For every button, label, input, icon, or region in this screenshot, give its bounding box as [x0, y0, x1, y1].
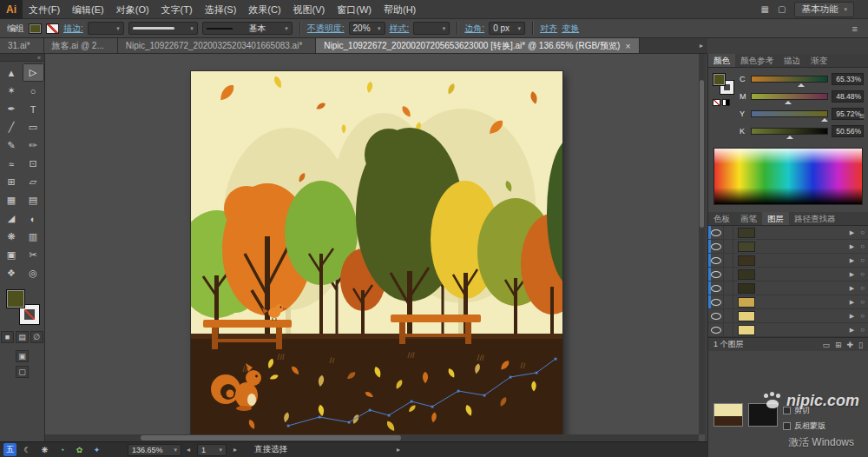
corner-value-select[interactable]: 0 px▾ — [489, 22, 525, 35]
start-five-icon[interactable]: 五 — [3, 443, 16, 456]
layers-panel-tab[interactable]: 图层 — [762, 212, 789, 225]
pen-tool[interactable]: ✒ — [1, 100, 23, 118]
prev-artboard-icon[interactable]: ◂ — [185, 446, 192, 454]
document-tab[interactable]: 31.ai* — [0, 38, 44, 53]
eye-icon[interactable] — [708, 226, 724, 239]
document-tab[interactable]: 旅客.ai @ 2... — [44, 38, 118, 53]
clip-checkbox[interactable] — [783, 407, 791, 414]
layers-panel-tab[interactable]: 路径查找器 — [789, 212, 841, 225]
transparency-object-thumbnail[interactable] — [713, 403, 743, 427]
gradient-fill-mode-icon[interactable]: ▤ — [16, 331, 29, 343]
make-mask-icon[interactable]: ▭ — [822, 341, 830, 349]
expand-arrow-icon[interactable]: ▶ — [850, 257, 854, 264]
screen-mode-icon[interactable]: ▢ — [16, 366, 29, 378]
tab-overflow-chevron-icon[interactable]: ▸ — [695, 38, 707, 53]
target-circle-icon[interactable]: ○ — [860, 298, 865, 306]
channel-slider[interactable] — [751, 93, 828, 100]
channel-slider[interactable] — [751, 110, 828, 117]
channel-slider[interactable] — [751, 76, 828, 83]
pencil-tool[interactable]: ✏ — [23, 136, 44, 155]
expand-arrow-icon[interactable]: ▶ — [850, 299, 854, 306]
direct-selection-tool[interactable]: ▷ — [23, 63, 44, 82]
opacity-select[interactable]: 20%▾ — [349, 22, 385, 35]
document-tab[interactable]: Nipic_10922672_20200207205653623000 [转换]… — [316, 38, 639, 53]
eye-icon[interactable] — [708, 254, 724, 267]
canvas-area[interactable] — [45, 54, 705, 441]
vertical-scrollbar[interactable] — [699, 54, 705, 434]
browser-circle-icon[interactable]: ◔ — [56, 443, 69, 456]
expand-arrow-icon[interactable]: ▶ — [850, 271, 854, 278]
eye-icon[interactable] — [708, 281, 724, 295]
menu-item[interactable]: 帮助(H) — [378, 0, 422, 19]
eye-icon[interactable] — [708, 323, 724, 336]
hand-tool[interactable]: ❖ — [1, 264, 23, 282]
drawing-mode-icon[interactable]: ▣ — [16, 350, 29, 362]
status-expand-icon[interactable]: ▸ — [395, 446, 402, 454]
eye-icon[interactable] — [708, 309, 724, 322]
width-tool[interactable]: ≈ — [1, 155, 23, 173]
layer-row[interactable]: ▶ ○ — [708, 281, 868, 295]
selection-tool[interactable]: ▲ — [1, 63, 23, 82]
leaf-icon[interactable]: ✿ — [73, 443, 86, 456]
perspective-grid-tool[interactable]: ▱ — [23, 173, 44, 191]
eye-icon[interactable] — [708, 268, 724, 281]
opacity-panel-link[interactable]: 不透明度: — [307, 23, 345, 35]
corner-label[interactable]: 边角: — [464, 23, 484, 35]
color-panel-tab[interactable]: 渐变 — [806, 54, 832, 67]
type-tool[interactable]: T — [23, 100, 44, 118]
lock-cell[interactable] — [724, 226, 733, 239]
artboard-tool[interactable]: ▣ — [1, 246, 23, 264]
lock-cell[interactable] — [724, 309, 733, 322]
target-circle-icon[interactable]: ○ — [860, 326, 865, 334]
layer-row[interactable]: ▶ ○ — [708, 309, 868, 323]
lock-cell[interactable] — [724, 323, 733, 336]
lock-cell[interactable] — [724, 281, 733, 295]
rectangle-tool[interactable]: ▭ — [23, 118, 44, 136]
channel-value-field[interactable]: 65.33% — [832, 73, 864, 85]
layer-row[interactable]: ▶ ○ — [708, 323, 868, 337]
menu-item[interactable]: 文件(F) — [23, 0, 66, 19]
fill-stroke-control[interactable] — [6, 289, 39, 324]
wrench-icon[interactable]: ✦ — [90, 443, 103, 456]
expand-arrow-icon[interactable]: ▶ — [850, 313, 854, 320]
style-select[interactable]: ▾ — [413, 22, 450, 35]
horizontal-scrollbar[interactable] — [45, 434, 699, 441]
layer-row[interactable]: ▶ ○ — [708, 295, 868, 309]
layers-panel-tab[interactable]: 色板 — [708, 212, 735, 225]
shape-builder-tool[interactable]: ⊞ — [1, 173, 23, 191]
target-circle-icon[interactable]: ○ — [860, 242, 865, 250]
control-panel-menu-icon[interactable]: ≡ — [852, 23, 858, 34]
fill-stroke-mini[interactable] — [713, 73, 733, 94]
eye-icon[interactable] — [708, 240, 724, 253]
black-white-swatch[interactable] — [722, 99, 730, 106]
screen-mode-menubar-icon[interactable]: ▢ — [778, 4, 786, 14]
lock-cell[interactable] — [724, 240, 733, 253]
zoom-tool[interactable]: ◎ — [23, 264, 44, 282]
menu-item[interactable]: 文字(T) — [155, 0, 199, 19]
target-circle-icon[interactable]: ○ — [860, 270, 865, 278]
width-profile-select[interactable]: ▾ — [128, 22, 198, 35]
mesh-tool[interactable]: ▦ — [1, 191, 23, 209]
fill-swatch-large[interactable] — [6, 289, 25, 308]
lock-cell[interactable] — [724, 254, 733, 267]
next-artboard-icon[interactable]: ▸ — [232, 446, 239, 454]
fill-color-swatch[interactable] — [29, 23, 42, 34]
transform-panel-link[interactable]: 变换 — [562, 23, 579, 35]
symbol-sprayer-tool[interactable]: ❋ — [1, 228, 23, 246]
menu-item[interactable]: 效果(C) — [242, 0, 286, 19]
eyedropper-tool[interactable]: ◢ — [1, 209, 23, 228]
scrollbar-thumb[interactable] — [700, 80, 704, 228]
menu-item[interactable]: 对象(O) — [110, 0, 155, 19]
artboard-nav-select[interactable]: 1 ▾ — [197, 444, 227, 456]
channel-value-field[interactable]: 48.48% — [832, 90, 864, 103]
layer-row[interactable]: ▶ ○ — [708, 254, 868, 268]
none-swatch[interactable] — [713, 99, 720, 106]
color-fill-mode-icon[interactable]: ■ — [1, 331, 14, 343]
expand-arrow-icon[interactable]: ▶ — [850, 229, 854, 236]
target-circle-icon[interactable]: ○ — [860, 312, 865, 320]
free-transform-tool[interactable]: ⊡ — [23, 155, 44, 173]
menu-item[interactable]: 编辑(E) — [66, 0, 110, 19]
magic-wand-tool[interactable]: ✶ — [1, 82, 23, 100]
graph-tool[interactable]: ▥ — [23, 228, 44, 246]
menu-item[interactable]: 视图(V) — [287, 0, 332, 19]
